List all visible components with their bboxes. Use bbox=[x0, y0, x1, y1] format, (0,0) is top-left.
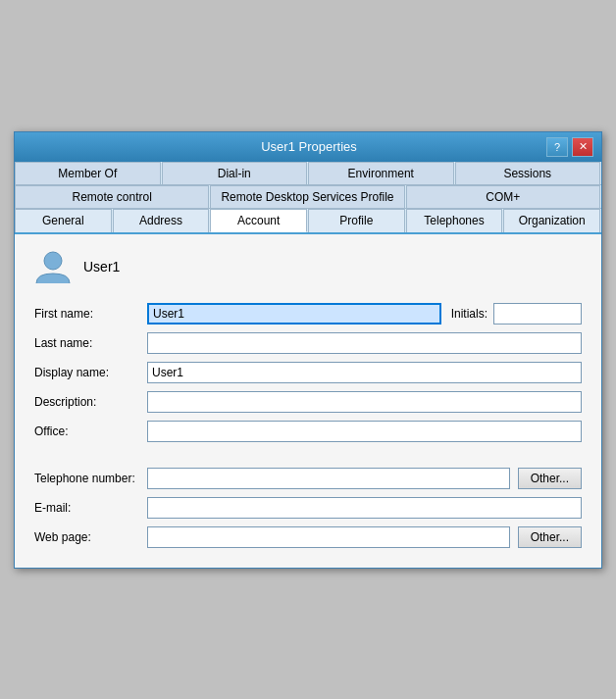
close-button[interactable]: ✕ bbox=[572, 137, 593, 157]
title-bar-buttons: ? ✕ bbox=[546, 137, 593, 157]
email-row: E-mail: bbox=[34, 497, 582, 519]
email-input[interactable] bbox=[147, 497, 582, 519]
display-name-label: Display name: bbox=[34, 366, 147, 379]
tab-remote-desktop[interactable]: Remote Desktop Services Profile bbox=[210, 185, 404, 208]
telephone-row: Telephone number: Other... bbox=[34, 468, 582, 489]
tab-address[interactable]: Address bbox=[113, 209, 210, 232]
first-name-row: First name: Initials: bbox=[34, 303, 582, 325]
tab-telephones[interactable]: Telephones bbox=[406, 209, 503, 232]
tab-row-2: Remote control Remote Desktop Services P… bbox=[15, 185, 601, 209]
display-name-row: Display name: bbox=[34, 362, 582, 383]
web-page-other-button[interactable]: Other... bbox=[518, 526, 582, 548]
user-avatar-icon bbox=[34, 248, 72, 285]
email-label: E-mail: bbox=[34, 501, 147, 515]
tab-row-3: General Address Account Profile Telephon… bbox=[15, 209, 601, 234]
telephone-label: Telephone number: bbox=[34, 472, 147, 485]
username-label: User1 bbox=[83, 259, 120, 275]
form-section: First name: Initials: Last name: Display… bbox=[34, 303, 582, 548]
last-name-row: Last name: bbox=[34, 332, 582, 354]
description-row: Description: bbox=[34, 391, 582, 413]
web-page-label: Web page: bbox=[34, 530, 147, 544]
tab-profile[interactable]: Profile bbox=[308, 209, 405, 232]
tab-account[interactable]: Account bbox=[210, 209, 307, 232]
tab-container: Member Of Dial-in Environment Sessions R… bbox=[15, 162, 601, 234]
tab-environment[interactable]: Environment bbox=[308, 162, 454, 184]
description-input[interactable] bbox=[147, 391, 582, 413]
first-name-input[interactable] bbox=[147, 303, 441, 325]
web-page-row: Web page: Other... bbox=[34, 526, 582, 548]
office-label: Office: bbox=[34, 424, 147, 438]
tab-sessions[interactable]: Sessions bbox=[455, 162, 601, 184]
title-bar: User1 Properties ? ✕ bbox=[15, 132, 601, 162]
last-name-label: Last name: bbox=[34, 336, 147, 350]
tab-member-of[interactable]: Member Of bbox=[15, 162, 161, 184]
telephone-input[interactable] bbox=[147, 468, 510, 489]
initials-input[interactable] bbox=[493, 303, 582, 325]
last-name-input[interactable] bbox=[147, 332, 582, 354]
window-title: User1 Properties bbox=[72, 139, 546, 154]
web-page-input[interactable] bbox=[147, 526, 510, 548]
tab-dial-in[interactable]: Dial-in bbox=[162, 162, 308, 184]
help-button[interactable]: ? bbox=[546, 137, 568, 157]
initials-group: Initials: bbox=[451, 303, 582, 325]
description-label: Description: bbox=[34, 395, 147, 409]
svg-point-0 bbox=[44, 252, 62, 270]
first-name-label: First name: bbox=[34, 307, 147, 321]
tab-general[interactable]: General bbox=[15, 209, 112, 232]
telephone-other-button[interactable]: Other... bbox=[518, 468, 582, 489]
office-row: Office: bbox=[34, 421, 582, 442]
tab-com-plus[interactable]: COM+ bbox=[406, 185, 600, 208]
display-name-input[interactable] bbox=[147, 362, 582, 383]
content-area: User1 First name: Initials: Last name: D… bbox=[15, 234, 601, 568]
user-header: User1 bbox=[34, 248, 582, 285]
tab-row-1: Member Of Dial-in Environment Sessions bbox=[15, 162, 601, 185]
tab-organization[interactable]: Organization bbox=[503, 209, 600, 232]
properties-dialog: User1 Properties ? ✕ Member Of Dial-in E… bbox=[14, 131, 602, 569]
initials-label: Initials: bbox=[451, 307, 488, 321]
tab-remote-control[interactable]: Remote control bbox=[15, 185, 209, 208]
office-input[interactable] bbox=[147, 421, 582, 442]
